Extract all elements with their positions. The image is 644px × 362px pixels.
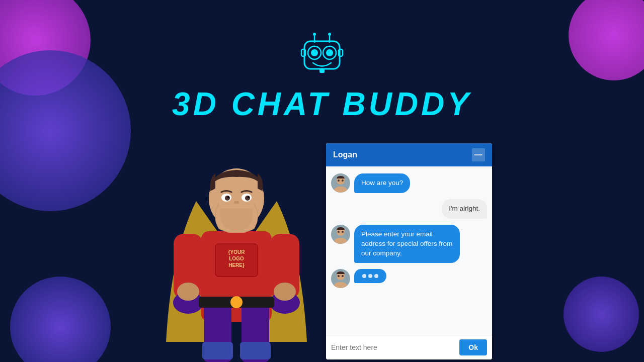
app-title: 3D CHAT BUDDY: [172, 85, 472, 123]
svg-point-42: [342, 231, 344, 233]
svg-rect-4: [304, 41, 340, 69]
svg-point-39: [342, 179, 344, 182]
avatar: [331, 269, 350, 288]
bg-decoration-circle-4: [564, 277, 639, 352]
user-message-bubble: I'm alright.: [442, 199, 487, 219]
message-row: How are you?: [331, 173, 487, 193]
svg-point-28: [245, 196, 250, 201]
chat-window: Logan — How are you? I'm alright.: [326, 143, 492, 359]
bg-decoration-circle-3: [569, 0, 644, 80]
svg-point-27: [225, 196, 230, 201]
svg-point-38: [338, 179, 340, 182]
chat-contact-name: Logan: [333, 150, 357, 159]
svg-rect-10: [301, 49, 305, 56]
message-row: [331, 269, 487, 288]
bg-decoration-circle-5: [10, 277, 111, 362]
svg-point-3: [328, 33, 331, 36]
chat-header: Logan —: [326, 143, 492, 166]
minimize-button[interactable]: —: [472, 148, 485, 161]
svg-point-8: [326, 49, 333, 56]
bot-message-bubble: Please enter your email address for spec…: [354, 225, 460, 263]
svg-rect-9: [319, 69, 325, 73]
bot-message-bubble: How are you?: [354, 173, 410, 193]
typing-dot-2: [368, 274, 372, 278]
svg-rect-11: [339, 49, 343, 56]
svg-point-29: [227, 196, 229, 198]
typing-dot-1: [362, 274, 366, 278]
chat-messages-area: How are you? I'm alright. Please enter y…: [326, 166, 492, 335]
svg-point-41: [338, 231, 340, 233]
svg-point-35: [177, 283, 199, 301]
avatar: [331, 173, 350, 193]
chat-ok-button[interactable]: Ok: [459, 339, 487, 355]
avatar: [331, 225, 350, 244]
svg-point-45: [342, 275, 344, 277]
svg-text:HERE}: HERE}: [228, 262, 245, 268]
app-header: 3D CHAT BUDDY: [172, 30, 472, 123]
svg-point-1: [313, 33, 316, 36]
typing-indicator-bubble: [354, 269, 386, 283]
svg-point-22: [230, 296, 243, 308]
message-row: Please enter your email address for spec…: [331, 225, 487, 263]
robot-mascot-icon: [292, 30, 352, 80]
message-row: I'm alright.: [331, 199, 487, 219]
svg-text:LOGO: LOGO: [229, 256, 244, 261]
svg-rect-16: [240, 342, 271, 359]
chat-input-area: Ok: [326, 335, 492, 359]
svg-point-30: [248, 196, 250, 198]
chat-text-input[interactable]: [331, 343, 455, 351]
svg-point-36: [274, 283, 296, 301]
svg-point-44: [338, 275, 340, 277]
svg-text:{YOUR: {YOUR: [228, 249, 246, 255]
typing-dot-3: [374, 274, 378, 278]
character-figure: {YOUR LOGO HERE}: [141, 151, 332, 362]
svg-point-6: [311, 49, 318, 56]
svg-rect-15: [202, 342, 233, 359]
bg-decoration-circle-2: [0, 50, 131, 211]
